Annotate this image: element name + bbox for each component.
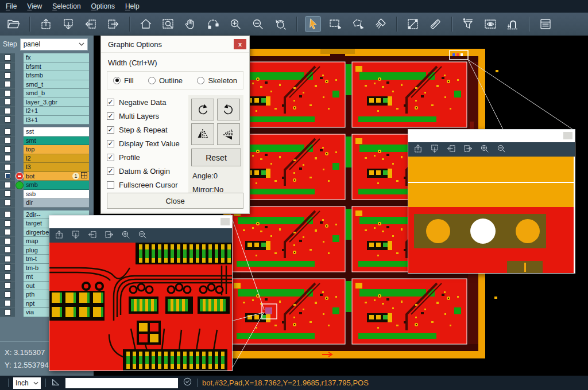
layer-row-l2+1[interactable]: l2+1	[0, 107, 89, 116]
layer-name[interactable]: l3	[24, 163, 89, 172]
layer-name[interactable]: fx	[24, 53, 89, 63]
layer-name[interactable]: smt	[24, 136, 89, 146]
layer-row-dir[interactable]: dir	[0, 198, 89, 208]
layer-visible-checkbox[interactable]	[5, 72, 11, 79]
layer-table-icon[interactable]	[538, 17, 553, 32]
layer-visible-checkbox[interactable]	[5, 164, 11, 170]
check-profile[interactable]: ✓Profile	[107, 150, 188, 164]
menu-options[interactable]: Options	[91, 2, 115, 10]
layer-name[interactable]: l2	[24, 154, 89, 163]
layer-name[interactable]: smd_b	[24, 89, 89, 98]
layer-visible-checkbox[interactable]	[5, 54, 11, 61]
layer-row-smd_t[interactable]: smd_t	[0, 80, 89, 89]
layer-visible-checkbox[interactable]	[5, 99, 11, 105]
layer-row-bfsmb[interactable]: bfsmb	[0, 71, 89, 80]
step-select[interactable]: panel	[20, 38, 88, 50]
layer-name[interactable]: l2+1	[24, 107, 89, 116]
layer-row-sst[interactable]: sst	[0, 127, 89, 136]
move-right-icon[interactable]	[104, 229, 114, 242]
zoom-view-pcb-detail[interactable]	[49, 243, 232, 370]
check-fullscreen-cursor[interactable]: Fullscreen Cursor	[107, 178, 188, 192]
rotate-ccw-button[interactable]	[217, 99, 240, 120]
layer-row-bot[interactable]: bot1	[0, 172, 89, 181]
mirror-vertical-button[interactable]	[217, 123, 240, 145]
layer-name[interactable]: smb	[24, 181, 89, 190]
layer-visible-checkbox[interactable]	[5, 300, 11, 306]
layer-row-smt[interactable]: smt	[0, 136, 89, 146]
layer-name[interactable]: bot1	[24, 172, 89, 181]
zoom-in-icon[interactable]	[228, 17, 243, 32]
layer-visible-checkbox[interactable]	[5, 90, 11, 96]
menu-file[interactable]: File	[6, 2, 17, 10]
window-button[interactable]	[563, 132, 572, 139]
move-left-icon[interactable]	[446, 143, 457, 156]
zoom-polygon-icon[interactable]	[206, 17, 220, 32]
layer-visible-checkbox[interactable]	[5, 155, 11, 161]
radio-fill[interactable]: Fill	[113, 76, 134, 85]
move-down-icon[interactable]	[71, 229, 81, 242]
zoom-out-icon[interactable]	[250, 17, 265, 32]
unit-select[interactable]: Inch	[13, 377, 41, 389]
move-down-icon[interactable]	[430, 143, 440, 156]
check-step-repeat[interactable]: ✓Step & Repeat	[107, 123, 188, 136]
zoom-out-icon[interactable]	[137, 229, 148, 242]
snap-icon[interactable]	[505, 17, 520, 32]
layer-name[interactable]: layer_3.gbr	[24, 98, 89, 107]
move-right-icon[interactable]	[106, 17, 121, 32]
reset-button[interactable]: Reset	[191, 149, 241, 166]
zoom-in-icon[interactable]	[479, 143, 490, 156]
layer-name[interactable]: ssb	[24, 190, 89, 199]
layer-name[interactable]: bfsmb	[24, 71, 89, 80]
layer-row-top[interactable]: top	[0, 145, 89, 154]
layer-visible-checkbox[interactable]	[5, 256, 11, 262]
layer-visible-checkbox[interactable]	[5, 190, 11, 197]
menu-selection[interactable]: Selection	[52, 2, 80, 10]
layer-visible-checkbox[interactable]	[5, 81, 11, 87]
layer-row-smb[interactable]: smb	[0, 181, 89, 190]
layer-name[interactable]: dir	[24, 198, 89, 208]
layer-visible-checkbox[interactable]	[5, 247, 11, 253]
select-rect-icon[interactable]	[328, 17, 343, 32]
command-input[interactable]	[65, 378, 178, 388]
layer-visible-checkbox[interactable]	[5, 291, 11, 298]
move-left-icon[interactable]	[83, 17, 98, 32]
move-left-icon[interactable]	[87, 229, 98, 242]
move-down-icon[interactable]	[61, 17, 76, 32]
check-multi-layers[interactable]: ✓Multi Layers	[107, 109, 188, 123]
layer-name[interactable]: bfsmt	[24, 63, 89, 72]
layer-name[interactable]: sst	[24, 127, 89, 136]
select-cursor-icon[interactable]	[305, 17, 320, 32]
zoom-window-icon[interactable]	[161, 17, 176, 32]
clean-brush-icon[interactable]	[373, 17, 388, 32]
close-button[interactable]: Close	[107, 193, 243, 209]
radio-outline[interactable]: Outline	[148, 76, 183, 85]
layer-row-bfsmt[interactable]: bfsmt	[0, 63, 89, 72]
home-view-icon[interactable]	[138, 17, 153, 32]
layer-visible-checkbox[interactable]	[5, 146, 11, 153]
window-button[interactable]	[220, 218, 230, 225]
layer-visible-checkbox[interactable]	[5, 309, 11, 315]
layer-row-fx[interactable]: fx	[0, 53, 89, 63]
view-options-icon[interactable]	[483, 17, 498, 32]
layer-visible-checkbox[interactable]	[5, 108, 11, 114]
layer-visible-checkbox[interactable]	[5, 220, 11, 227]
rotate-cw-button[interactable]	[191, 99, 214, 120]
menu-view[interactable]: View	[27, 2, 42, 10]
zoom-in-icon[interactable]	[121, 229, 131, 242]
layer-visible-checkbox[interactable]	[5, 211, 11, 217]
zoom-window-titlebar[interactable]	[408, 130, 575, 142]
open-file-icon[interactable]	[6, 17, 21, 32]
layer-row-l2[interactable]: l2	[0, 154, 89, 163]
history-check-icon[interactable]	[183, 377, 192, 389]
move-up-icon[interactable]	[54, 229, 64, 242]
layer-visible-checkbox[interactable]	[5, 128, 11, 135]
zoom-previous-icon[interactable]	[273, 17, 288, 32]
layer-name[interactable]: top	[24, 145, 89, 154]
layer-row-l3+1[interactable]: l3+1	[0, 116, 89, 125]
zoom-out-icon[interactable]	[496, 143, 506, 156]
move-up-icon[interactable]	[38, 17, 53, 32]
layer-row-ssb[interactable]: ssb	[0, 190, 89, 199]
menu-help[interactable]: Help	[125, 2, 140, 10]
layer-name[interactable]: l3+1	[24, 116, 89, 125]
layer-name[interactable]: smd_t	[24, 80, 89, 89]
